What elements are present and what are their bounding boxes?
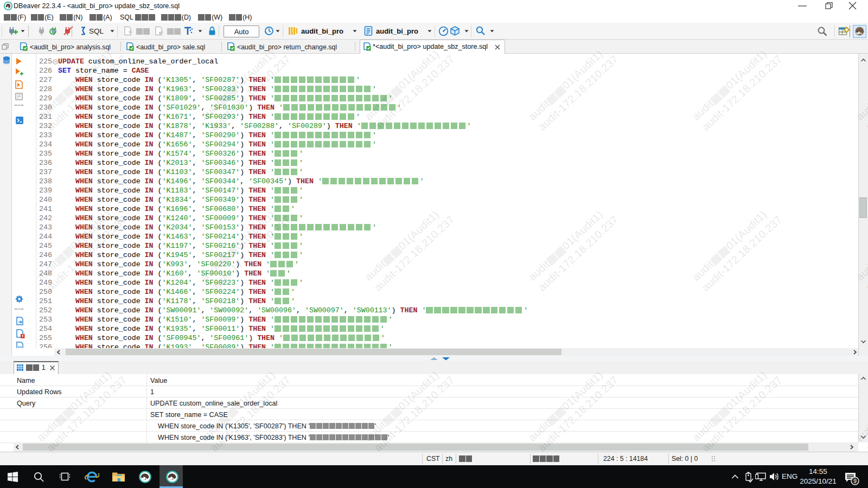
svg-text:9: 9 [853, 478, 857, 484]
